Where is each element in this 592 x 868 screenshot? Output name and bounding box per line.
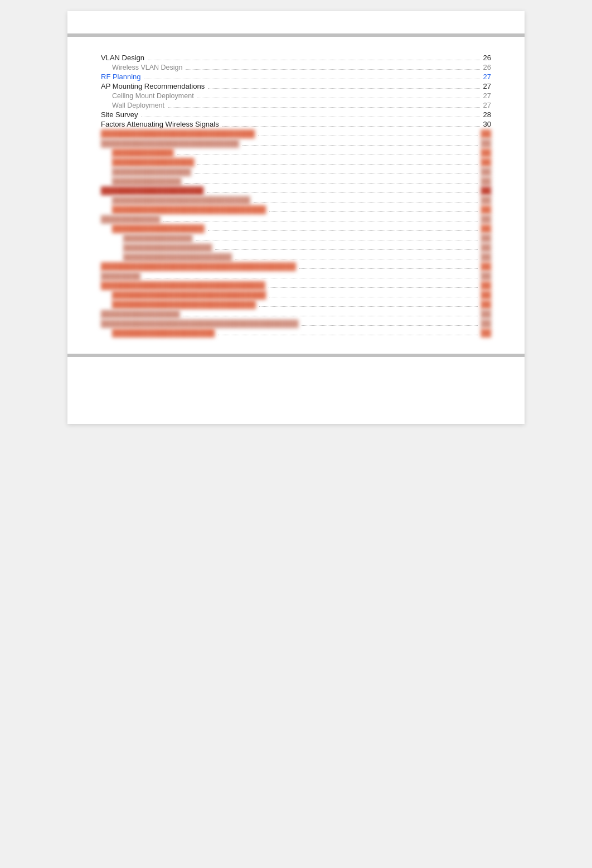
- toc-entry-text: ██████████████████████████████████████: [101, 262, 296, 271]
- toc-entry: ████████████████████: [101, 224, 491, 233]
- toc-dots: [242, 145, 478, 146]
- toc-dots: [218, 335, 477, 335]
- toc-entry: ██████████████████████: [101, 329, 491, 337]
- toc-entry-text: ██████████████: [112, 177, 181, 185]
- toc-entry-text: Factors Attenuating Wireless Signals: [101, 120, 219, 128]
- toc-entry: Wireless VLAN Design26: [101, 63, 491, 71]
- toc-entry-text: ████████: [101, 272, 140, 280]
- toc-entry: AP Mounting Recommendations27: [101, 82, 491, 90]
- toc-page-number: ██: [481, 186, 491, 195]
- toc-dots: [168, 107, 480, 108]
- toc-page-number: ██: [481, 253, 491, 261]
- toc-entry: ██████████████: [101, 215, 491, 223]
- toc-entry: ██████████████████: [101, 310, 491, 318]
- toc-page-number: ██: [481, 177, 491, 185]
- toc-entry-text: ██████████████████████: [123, 253, 232, 261]
- toc-entry: Site Survey28: [101, 110, 491, 119]
- toc-page-number: 27: [483, 91, 491, 100]
- toc-page-number: ██: [481, 158, 491, 166]
- toc-dots: [144, 79, 480, 79]
- toc-dots: [185, 183, 478, 184]
- toc-page-number: 27: [483, 82, 491, 90]
- toc-entry: Wall Deployment27: [101, 101, 491, 109]
- toc-container: VLAN Design26Wireless VLAN Design26RF Pl…: [101, 54, 491, 337]
- toc-entry-text: ██████████████████████████████: [101, 129, 255, 138]
- toc-dots: [197, 164, 477, 165]
- toc-dots: [207, 192, 477, 193]
- toc-dots: [302, 325, 477, 326]
- toc-dots: [269, 211, 477, 212]
- toc-entry: ██████████████████████████████: [101, 300, 491, 308]
- toc-entry: ██████████████████████████████: [101, 139, 491, 147]
- page-wrapper: VLAN Design26Wireless VLAN Design26RF Pl…: [0, 0, 592, 868]
- toc-entry-text: ████████████████████████████████████████: [101, 320, 298, 327]
- toc-entry-text: ████████████████████████████: [112, 300, 256, 308]
- toc-entry-text: RF Planning: [101, 73, 141, 81]
- toc-dots: [141, 117, 479, 117]
- footer-area: [101, 357, 491, 390]
- toc-entry-text: ██████████████████: [123, 244, 212, 252]
- toc-entry: ████████████████: [101, 177, 491, 185]
- toc-page-number: ██: [481, 167, 491, 176]
- toc-page-number: ██: [481, 272, 491, 280]
- toc-dots: [235, 259, 478, 259]
- toc-dots: [269, 287, 478, 288]
- toc-entry: ██████████████████: [101, 158, 491, 166]
- toc-entry: ████████████████████████████████: [101, 129, 491, 138]
- toc-page-number: 27: [483, 101, 491, 109]
- toc-entry: ████████████████████████████████████████: [101, 262, 491, 271]
- toc-page-number: ██: [481, 196, 491, 204]
- toc-entry-text: AP Mounting Recommendations: [101, 82, 205, 90]
- toc-dots: [254, 202, 478, 202]
- toc-page-number: ██: [481, 215, 491, 223]
- toc-dots: [148, 60, 479, 60]
- toc-page-number: ██: [481, 291, 491, 299]
- toc-entry: ██████████████████████████████████: [101, 281, 491, 290]
- toc-entry-text: ████████████████████: [112, 329, 215, 337]
- toc-entry-text: ████████████████████████████: [101, 139, 239, 147]
- toc-page-number: ██: [481, 224, 491, 233]
- toc-entry-text: ██████████████████████████████: [112, 205, 266, 214]
- toc-entry: ██████████████████: [101, 167, 491, 176]
- toc-dots: [197, 98, 480, 98]
- toc-dots: [208, 230, 478, 231]
- toc-entry-text: ██████████████: [123, 234, 192, 242]
- toc-entry-text: ████████████████: [112, 168, 191, 176]
- top-bar: [67, 33, 525, 37]
- toc-page-number: ██: [481, 234, 491, 242]
- toc-entry-text: ██████████████████████████████: [112, 291, 266, 299]
- toc-dots: [177, 155, 478, 155]
- toc-entry: ████████████████████████████████: [101, 291, 491, 299]
- toc-entry-text: ████████████████: [101, 310, 180, 318]
- toc-page-number: 30: [483, 120, 491, 128]
- toc-entry: ██████████████████████████████: [101, 196, 491, 204]
- toc-entry: VLAN Design26: [101, 54, 491, 62]
- toc-entry: ████████████████████: [101, 243, 491, 252]
- toc-page-number: ██: [481, 329, 491, 337]
- toc-dots: [186, 69, 479, 70]
- toc-entry: Factors Attenuating Wireless Signals30: [101, 120, 491, 128]
- toc-dots: [183, 316, 478, 316]
- toc-dots: [215, 249, 477, 250]
- toc-entry-text: VLAN Design: [101, 54, 144, 62]
- toc-page-number: ██: [481, 243, 491, 252]
- toc-page-number: ██: [481, 281, 491, 290]
- toc-page-number: ██: [481, 300, 491, 308]
- toc-page-number: ██: [481, 148, 491, 157]
- toc-entry: ████████████████████████████████████████…: [101, 319, 491, 327]
- toc-entry: ████████████████████████: [101, 253, 491, 261]
- toc-dots: [222, 126, 480, 127]
- toc-page-number: 26: [483, 54, 491, 62]
- toc-dots: [269, 297, 477, 297]
- toc-entry: ████████████████████████████████: [101, 205, 491, 214]
- toc-dots: [258, 136, 477, 136]
- toc-entry: ██████████████: [101, 148, 491, 157]
- toc-dots: [144, 278, 478, 278]
- toc-entry-text: ████████████████: [112, 158, 194, 166]
- toc-entry: ██████████████████████: [101, 186, 491, 195]
- toc-page-number: 28: [483, 110, 491, 119]
- toc-entry-text: ████████████████████████████: [112, 196, 250, 204]
- toc-entry-text: ████████████: [101, 215, 160, 223]
- toc-page-number: ██: [481, 310, 491, 318]
- toc-page-number: 26: [483, 63, 491, 71]
